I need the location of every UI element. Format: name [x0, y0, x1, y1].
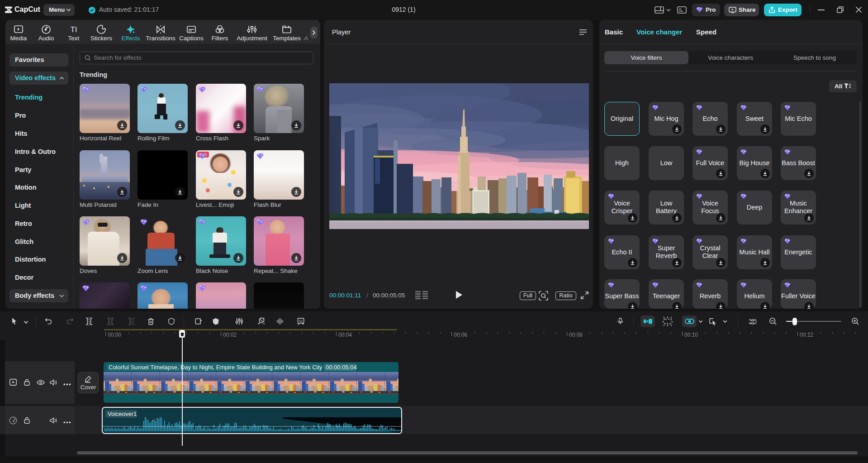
svg-text:TI: TI: [70, 25, 77, 34]
